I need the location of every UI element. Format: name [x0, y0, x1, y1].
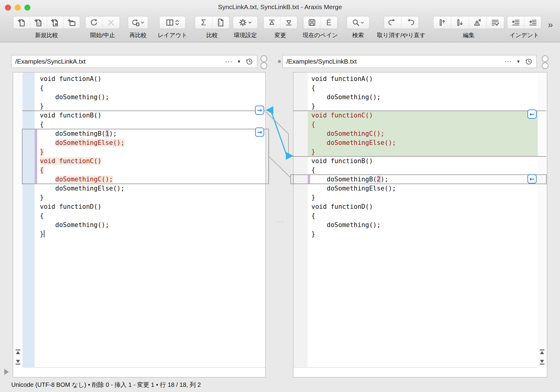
center-gap-handle[interactable]: ··· [273, 218, 287, 225]
pane-link-circle-top[interactable] [542, 55, 548, 62]
new-binary-comparison-button[interactable]: 01 [30, 16, 47, 29]
toolbar-overflow-button[interactable]: » [548, 19, 553, 30]
code-text: void functionC() [40, 157, 101, 165]
code-line[interactable]: doSomethingC(); [35, 175, 265, 184]
horizontal-scrollbar-left[interactable] [23, 367, 265, 377]
new-image-comparison-button[interactable] [47, 16, 63, 29]
code-line[interactable]: void functionB() [35, 111, 265, 120]
code-pane-right[interactable]: void functionA(){ doSomething();}void fu… [293, 72, 547, 377]
code-line[interactable]: { [35, 211, 265, 220]
code-line[interactable]: void functionC() [35, 156, 265, 166]
code-line[interactable]: } [308, 147, 538, 156]
toolbar-group-comparison: Σ 比較 [195, 16, 229, 40]
comparison-report-button[interactable] [212, 16, 229, 29]
save-button[interactable] [303, 16, 320, 29]
code-text: 1 [105, 130, 109, 137]
code-line[interactable]: doSomethingElse(); [308, 138, 538, 147]
redo-button[interactable] [401, 16, 418, 29]
code-line[interactable]: } [35, 102, 265, 111]
code-line[interactable]: doSomething(); [35, 220, 265, 229]
comparison-summary-button[interactable]: Σ [195, 16, 212, 29]
code-line[interactable]: { [308, 83, 538, 93]
new-text-comparison-button[interactable] [13, 16, 30, 29]
code-line[interactable]: void functionA() [308, 74, 538, 83]
find-button[interactable] [347, 16, 369, 29]
code-line[interactable]: doSomething(); [308, 220, 538, 229]
code-line[interactable]: doSomethingB(1); [35, 129, 265, 138]
code-pane-left[interactable]: void functionA(){ doSomething();}void fu… [13, 72, 266, 377]
file-dropdown-arrow[interactable]: ▼ [516, 59, 520, 64]
block-move-down-button[interactable] [451, 16, 468, 29]
code-line[interactable]: } [308, 193, 538, 202]
code-line[interactable]: { [35, 120, 265, 129]
block-move-up-button[interactable] [433, 16, 451, 29]
code-line[interactable]: { [308, 211, 538, 220]
outdent-button[interactable] [507, 16, 524, 29]
file-menu-dots-button[interactable]: ··· [225, 58, 233, 65]
start-comparison-button[interactable] [86, 16, 103, 29]
code-line[interactable]: void functionB() [308, 156, 538, 166]
code-line[interactable]: } [35, 193, 265, 202]
scroll-last-change-button[interactable] [539, 358, 545, 365]
code-line[interactable]: doSomethingB(2); [308, 175, 538, 184]
code-text: doSomething(); [311, 93, 381, 101]
code-line[interactable]: { [308, 120, 538, 129]
toolbar-group-start-stop: 開始/中止 [85, 16, 120, 40]
remove-change-markers-button[interactable] [469, 16, 486, 29]
chevron-down-icon [247, 20, 252, 25]
new-folder-comparison-button[interactable] [63, 16, 80, 29]
code-line[interactable]: doSomethingElse(); [35, 138, 265, 147]
undo-button[interactable] [384, 16, 401, 29]
history-icon[interactable] [245, 58, 253, 65]
code-line[interactable]: { [35, 83, 265, 93]
code-line[interactable]: } [35, 147, 265, 156]
pane-expand-triangle[interactable] [4, 369, 9, 375]
code-line[interactable]: { [35, 166, 265, 175]
code-line[interactable]: doSomething(); [308, 93, 538, 102]
recompare-button[interactable] [128, 16, 148, 29]
file-dropdown-arrow[interactable]: ▼ [237, 59, 241, 64]
pane-link-circle-top[interactable] [261, 55, 267, 62]
pane-link-circle-bottom[interactable] [542, 62, 548, 69]
history-icon[interactable] [525, 58, 533, 65]
code-line[interactable]: doSomethingElse(); [35, 184, 265, 193]
code-line[interactable]: void functionD() [308, 202, 538, 211]
accept-changes-button[interactable] [486, 16, 504, 29]
search-icon [352, 18, 360, 27]
indent-button[interactable] [524, 16, 541, 29]
refresh-icon [89, 18, 99, 27]
scroll-first-change-button[interactable] [15, 349, 21, 356]
code-line[interactable]: doSomething(); [35, 93, 265, 102]
file-menu-dots-button[interactable]: ··· [504, 58, 512, 65]
code-line[interactable]: void functionA() [35, 74, 265, 83]
code-line[interactable]: { [308, 166, 538, 175]
code-line[interactable]: void functionD() [35, 202, 265, 211]
code-line[interactable]: doSomethingC(); [308, 129, 538, 138]
change-marker [35, 175, 37, 184]
chevron-up-down-icon [174, 19, 180, 26]
file-path-left: /Examples/SyncLinkA.txt [15, 58, 86, 65]
previous-change-button[interactable] [264, 16, 280, 29]
copy-block-left-button[interactable]: ← [527, 174, 537, 184]
preferences-button[interactable] [233, 16, 257, 29]
layout-button[interactable] [159, 16, 185, 29]
floppy-save-icon [308, 18, 316, 27]
copy-block-left-button[interactable]: ← [527, 110, 537, 119]
code-line[interactable]: } [308, 102, 538, 111]
code-line[interactable]: } [308, 229, 538, 239]
stop-comparison-button[interactable] [103, 16, 120, 29]
code-line[interactable]: void functionC() [308, 111, 538, 120]
toolbar-group-indent: インデント [507, 16, 541, 40]
code-text: doSomething(); [40, 221, 109, 229]
horizontal-scrollbar-right[interactable] [293, 367, 537, 377]
copy-block-right-button[interactable]: → [255, 128, 264, 137]
text-encoding-button[interactable]: É [320, 16, 337, 29]
pane-link-circle-bottom[interactable] [261, 62, 267, 69]
scroll-first-change-button[interactable] [539, 349, 545, 356]
next-change-button[interactable] [280, 16, 297, 29]
copy-block-right-button[interactable]: → [255, 106, 264, 115]
status-bar: Unicode (UTF-8 BOM なし) • 削除 0 - 挿入 1 - 変… [0, 378, 560, 392]
code-line[interactable]: } [35, 229, 265, 239]
scroll-last-change-button[interactable] [15, 358, 21, 365]
code-line[interactable]: doSomethingElse(); [308, 184, 538, 193]
